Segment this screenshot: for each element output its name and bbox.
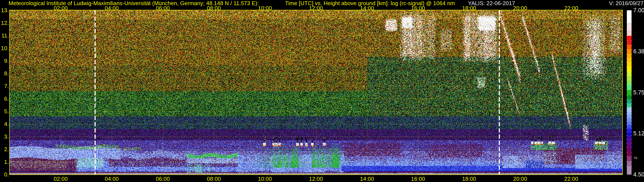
x-tick-label-bottom: 04:00 [105, 176, 119, 182]
x-tick-label-top: 04:00 [105, 5, 119, 11]
y-tick-label: 11. [0, 33, 9, 38]
title-institute: Meteorological Institute of Ludwig-Maxim… [8, 0, 259, 6]
y-tick-label: 10. [0, 45, 9, 51]
y-tick-label: 1. [0, 159, 9, 165]
y-tick-label: 6. [0, 96, 9, 101]
x-tick-label-bottom: 14:00 [360, 176, 374, 182]
x-tick-label-top: 14:00 [360, 5, 374, 11]
y-tick-label: 2. [0, 146, 9, 152]
x-tick-label-bottom: 22:00 [564, 176, 578, 182]
version-label: V: 2016/09/27 [584, 0, 644, 6]
y-tick-label: 4. [0, 121, 9, 127]
x-tick-label-bottom: 10:00 [258, 176, 272, 182]
x-tick-label-top: 16:00 [411, 5, 425, 11]
y-tick-label: 12. [0, 20, 9, 26]
x-tick-label-bottom: 02:00 [54, 176, 68, 182]
colorbar-eq-label: eq [634, 156, 637, 159]
x-tick-label-bottom: 20:00 [513, 176, 527, 182]
colorbar-tick-label: 5.75 [633, 90, 644, 95]
x-tick-label-top: 06:00 [156, 5, 170, 11]
y-tick-label: 5. [0, 108, 9, 114]
x-tick-label-bottom: 18:00 [462, 176, 476, 182]
x-tick-label-top: 12:00 [309, 5, 323, 11]
y-tick-label: 13. [0, 7, 9, 13]
colorbar-tick-label: 6.38 [633, 48, 644, 54]
x-tick-label-bottom: 08:00 [207, 176, 221, 182]
y-tick-label: 9. [0, 58, 9, 64]
lidar-quicklook-window: Meteorological Institute of Ludwig-Maxim… [0, 0, 644, 182]
x-tick-label-bottom: 16:00 [411, 176, 425, 182]
colorbar-tick-label: 7.00 [633, 7, 644, 13]
x-tick-label-top: 18:00 [462, 5, 476, 11]
colorbar-tick-label: 4.50 [633, 172, 644, 178]
y-tick-label: 3. [0, 134, 9, 139]
colorbar-tick-label: 5.12 [633, 131, 644, 136]
x-tick-label-bottom: 12:00 [309, 176, 323, 182]
y-tick-label: 8. [0, 71, 9, 76]
x-tick-label-top: 10:00 [258, 5, 272, 11]
x-tick-label-bottom: 06:00 [156, 176, 170, 182]
x-tick-label-top: 08:00 [207, 5, 221, 11]
x-tick-label-top: 02:00 [54, 5, 68, 11]
lidar-heatmap-canvas [0, 0, 644, 182]
y-tick-label: 0. [0, 172, 9, 177]
x-tick-label-top: 20:00 [513, 5, 527, 11]
x-tick-label-top: 22:00 [564, 5, 578, 11]
y-tick-label: 7. [0, 83, 9, 89]
